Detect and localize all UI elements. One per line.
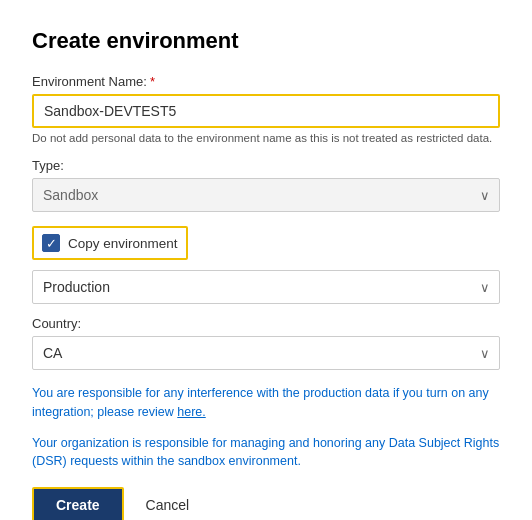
create-button[interactable]: Create	[32, 487, 124, 520]
country-label: Country:	[32, 316, 500, 331]
button-row: Create Cancel	[32, 487, 500, 520]
info-text-1: You are responsible for any interference…	[32, 384, 500, 422]
copy-source-select[interactable]: Production	[32, 270, 500, 304]
checkmark-icon: ✓	[46, 237, 57, 250]
country-field: Country: CA ∨	[32, 316, 500, 370]
cancel-button[interactable]: Cancel	[136, 489, 200, 520]
environment-name-label: Environment Name: *	[32, 74, 500, 89]
page-title: Create environment	[32, 28, 500, 54]
environment-name-field: Environment Name: * Do not add personal …	[32, 74, 500, 144]
copy-environment-checkbox-row[interactable]: ✓ Copy environment	[32, 226, 188, 260]
copy-environment-checkbox[interactable]: ✓	[42, 234, 60, 252]
type-select-wrapper: Sandbox ∨	[32, 178, 500, 212]
country-select-wrapper: CA ∨	[32, 336, 500, 370]
copy-source-wrapper: Production ∨	[32, 270, 500, 304]
environment-name-hint: Do not add personal data to the environm…	[32, 132, 500, 144]
info-text-2: Your organization is responsible for man…	[32, 434, 500, 472]
environment-name-input[interactable]	[32, 94, 500, 128]
type-field: Type: Sandbox ∨	[32, 158, 500, 212]
type-select[interactable]: Sandbox	[32, 178, 500, 212]
required-indicator: *	[150, 74, 155, 89]
type-label: Type:	[32, 158, 500, 173]
country-select[interactable]: CA	[32, 336, 500, 370]
info-link[interactable]: here.	[177, 405, 206, 419]
copy-environment-label: Copy environment	[68, 236, 178, 251]
